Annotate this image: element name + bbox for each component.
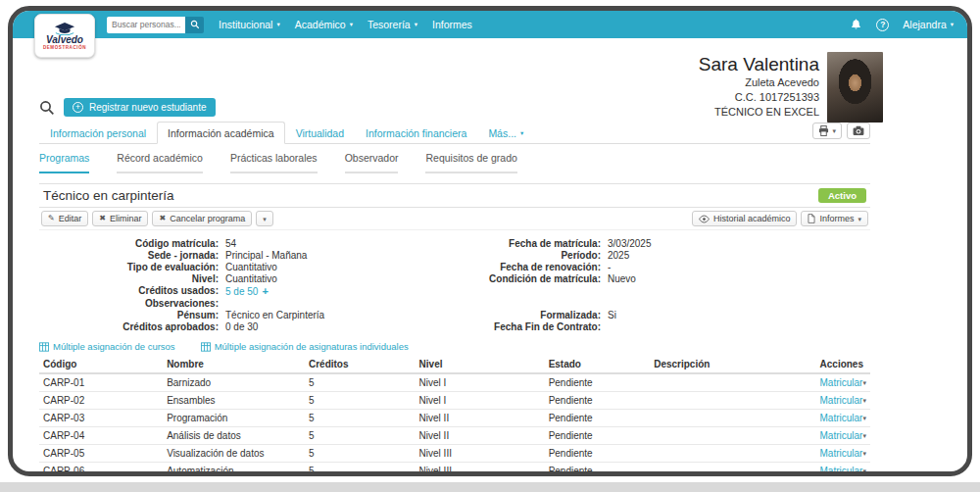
- app-logo[interactable]: Valvedo DEMOSTRACIÓN: [34, 14, 95, 58]
- search-icon: [190, 20, 200, 29]
- cell-nivel: Nivel II: [416, 410, 545, 427]
- add-credits-icon[interactable]: +: [262, 285, 268, 297]
- table-row: CARP-04 Análisis de datos 5 Nivel II Pen…: [39, 427, 870, 445]
- program-panel: Técnico en carpintería Activo ✎ Editar ✖…: [39, 183, 870, 476]
- detail-label-sede-jornada: Sede - jornada:: [39, 250, 225, 262]
- edit-program-button[interactable]: ✎ Editar: [41, 211, 88, 226]
- subtab-programas[interactable]: Programas: [39, 152, 89, 173]
- cell-creditos: 5: [305, 373, 416, 392]
- main-content: + Registrar nuevo estudiante Sara Valent…: [39, 38, 870, 476]
- multi-subject-assignment-link[interactable]: Múltiple asignación de asignaturas indiv…: [201, 341, 409, 352]
- subtab-requisitos-grado[interactable]: Requisitos de grado: [425, 152, 516, 173]
- print-button[interactable]: ▾: [812, 123, 842, 139]
- grid-icon: [39, 342, 49, 352]
- cell-nombre: Barnizado: [163, 373, 305, 392]
- tab-virtualidad[interactable]: Virtualidad: [285, 122, 355, 144]
- detail-value-pensum: Técnico en Carpintería: [225, 310, 436, 321]
- cell-nivel: Nivel III: [416, 445, 545, 463]
- matricular-link[interactable]: Matricular: [820, 448, 863, 459]
- cell-acciones: Matricular▾: [816, 392, 870, 410]
- matricular-link[interactable]: Matricular: [820, 377, 863, 388]
- topbar-right: ? Alejandra ▾: [850, 18, 954, 31]
- cell-codigo: CARP-01: [39, 373, 163, 392]
- user-menu[interactable]: Alejandra ▾: [903, 19, 954, 30]
- header-creditos: Créditos: [305, 356, 416, 373]
- nav-tesoreria[interactable]: Tesorería ▾: [368, 19, 417, 30]
- subtab-record-academico[interactable]: Récord académico: [117, 152, 203, 173]
- detail-label-fecha-matricula: Fecha de matrícula:: [436, 238, 608, 250]
- camera-icon: [853, 125, 864, 136]
- help-icon[interactable]: ?: [876, 19, 889, 31]
- credits-used-link[interactable]: 5 de 50: [225, 286, 258, 297]
- app-window: Institucional ▾ Académico ▾ Tesorería ▾ …: [8, 6, 972, 476]
- cell-codigo: CARP-06: [39, 463, 163, 477]
- x-icon: ✖: [99, 215, 106, 222]
- student-photo: [827, 52, 883, 123]
- header-acciones: Acciones: [816, 356, 870, 373]
- tab-mas[interactable]: Más... ▾: [477, 122, 534, 144]
- search-input[interactable]: [107, 17, 185, 33]
- subtab-practicas-laborales[interactable]: Prácticas laborales: [230, 152, 318, 173]
- delete-program-button[interactable]: ✖ Eliminar: [92, 211, 148, 226]
- chevron-down-icon[interactable]: ▾: [862, 467, 866, 474]
- register-student-button[interactable]: + Registrar nuevo estudiante: [64, 98, 216, 117]
- matricular-link[interactable]: Matricular: [820, 466, 863, 476]
- chevron-down-icon: ▾: [263, 216, 267, 222]
- reports-button[interactable]: Informes ▾: [801, 211, 868, 226]
- nav-informes[interactable]: Informes: [432, 19, 472, 30]
- chevron-down-icon[interactable]: ▾: [862, 432, 866, 439]
- tab-informacion-personal[interactable]: Información personal: [39, 122, 157, 144]
- printer-icon: [818, 125, 829, 136]
- plus-icon: +: [73, 102, 83, 113]
- multi-course-assignment-link[interactable]: Múltiple asignación de cursos: [39, 341, 175, 352]
- matricular-link[interactable]: Matricular: [820, 395, 863, 406]
- document-icon: [808, 214, 815, 223]
- detail-label-formalizada: Formalizada:: [436, 310, 608, 321]
- table-header-row: Código Nombre Créditos Nivel Estado Desc…: [39, 356, 870, 373]
- student-program: TÉCNICO EN EXCEL: [699, 105, 819, 120]
- detail-value-fecha-matricula: 3/03/2025: [608, 238, 870, 250]
- nav-institucional[interactable]: Institucional ▾: [219, 19, 280, 30]
- program-details: Código matrícula: 54 Fecha de matrícula:…: [39, 238, 870, 333]
- page-scrollbar[interactable]: [0, 482, 980, 492]
- grid-icon: [201, 342, 211, 352]
- detail-value-codigo-matricula: 54: [225, 238, 436, 250]
- cell-codigo: CARP-03: [39, 410, 163, 427]
- detail-value-nivel: Cuantitativo: [225, 273, 436, 285]
- cell-estado: Pendiente: [545, 392, 651, 410]
- academic-history-button[interactable]: Historial académico: [692, 211, 798, 226]
- matricular-link[interactable]: Matricular: [820, 430, 863, 441]
- cell-creditos: 5: [305, 445, 416, 463]
- cell-estado: Pendiente: [545, 373, 651, 392]
- chevron-down-icon[interactable]: ▾: [862, 397, 866, 404]
- cell-acciones: Matricular▾: [816, 427, 870, 445]
- cancel-program-button[interactable]: ✖ Cancelar programa: [152, 211, 252, 226]
- chevron-down-icon[interactable]: ▾: [862, 379, 866, 386]
- cell-descripcion: [650, 427, 815, 445]
- main-tabs: Información personal Información académi…: [39, 121, 870, 144]
- cell-acciones: Matricular▾: [816, 373, 870, 392]
- header-actions: + Registrar nuevo estudiante: [39, 98, 216, 117]
- chevron-down-icon[interactable]: ▾: [862, 415, 866, 421]
- chevron-down-icon: ▾: [415, 22, 417, 28]
- chevron-down-icon: ▾: [858, 216, 861, 222]
- cell-codigo: CARP-05: [39, 445, 163, 463]
- camera-button[interactable]: [847, 123, 870, 139]
- detail-label-tipo-evaluacion: Tipo de evaluación:: [39, 262, 225, 273]
- chevron-down-icon: ▾: [832, 127, 836, 134]
- matricular-link[interactable]: Matricular: [820, 413, 863, 423]
- tab-informacion-academica[interactable]: Información académica: [157, 122, 285, 144]
- cancel-program-dropdown-button[interactable]: ▾: [256, 211, 273, 226]
- student-document: C.C. 1017251393: [699, 90, 819, 105]
- subtab-observador[interactable]: Observador: [345, 152, 399, 173]
- search-button[interactable]: [185, 17, 204, 33]
- chevron-down-icon[interactable]: ▾: [862, 450, 866, 457]
- tab-informacion-financiera[interactable]: Información financiera: [355, 122, 477, 144]
- nav-academico[interactable]: Académico ▾: [295, 19, 353, 30]
- cell-nombre: Programación: [163, 410, 305, 427]
- bell-icon[interactable]: [850, 18, 862, 31]
- student-header: + Registrar nuevo estudiante Sara Valent…: [39, 38, 870, 121]
- program-toolbar-right: Historial académico Informes ▾: [692, 211, 868, 226]
- brand-subtitle: DEMOSTRACIÓN: [43, 45, 86, 50]
- search-student-icon[interactable]: [39, 100, 55, 116]
